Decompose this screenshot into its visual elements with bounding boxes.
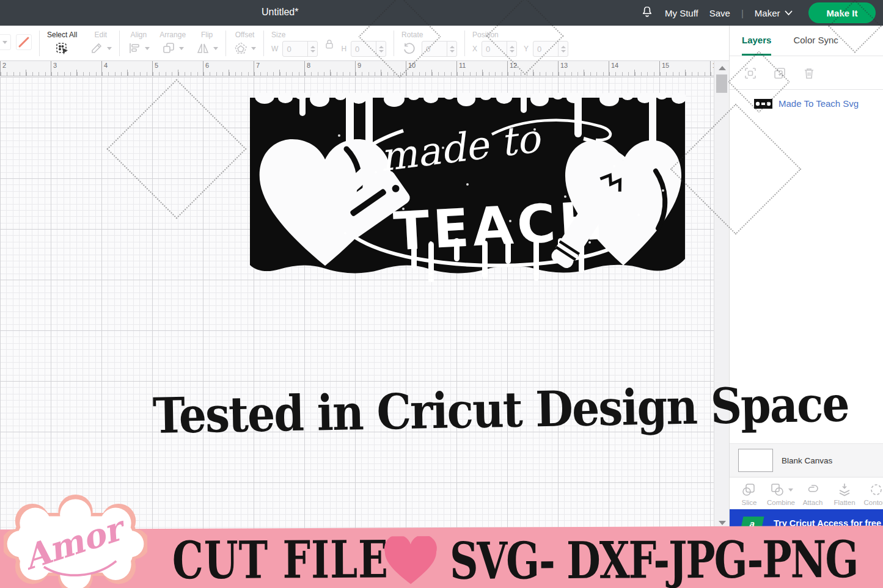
y-position-input[interactable] xyxy=(533,41,568,57)
width-input[interactable] xyxy=(282,41,318,57)
group-select-icon[interactable] xyxy=(743,66,758,81)
position-group: Position X Y xyxy=(472,26,568,57)
ruler-cell: 11 xyxy=(456,61,507,76)
rotate-input[interactable] xyxy=(422,41,457,57)
layers-panel: Layers Color Sync Made To Teach Svg Blan… xyxy=(729,26,883,588)
rotate-group: Rotate xyxy=(401,26,457,57)
slice-icon xyxy=(741,482,757,498)
width-stepper[interactable] xyxy=(307,42,317,56)
scrollbar-thumb[interactable] xyxy=(716,74,727,93)
y-stepper[interactable] xyxy=(558,42,568,56)
height-stepper[interactable] xyxy=(376,42,386,56)
layer-item-made-to-teach[interactable]: Made To Teach Svg xyxy=(730,90,883,117)
offset-button[interactable]: Offset xyxy=(233,26,256,56)
select-all-icon xyxy=(54,41,70,57)
x-stepper[interactable] xyxy=(507,42,516,56)
height-input[interactable] xyxy=(351,41,386,57)
pencil-edit-icon xyxy=(89,41,104,56)
contour-button[interactable]: Contour xyxy=(863,477,883,506)
heart-icon xyxy=(381,536,440,588)
align-button[interactable]: Align xyxy=(127,26,150,56)
flatten-icon xyxy=(837,482,852,498)
ruler-cell: 9 xyxy=(355,61,406,76)
attach-button[interactable]: Attach xyxy=(799,477,826,506)
ruler-cell: 4 xyxy=(101,61,152,76)
panel-tabs: Layers Color Sync xyxy=(730,26,883,56)
chevron-down-icon xyxy=(107,47,112,50)
amor-logo: Amor xyxy=(4,493,147,588)
ruler-cell: 5 xyxy=(152,61,203,76)
notification-bell-icon[interactable] xyxy=(640,5,654,21)
made-to-teach-design[interactable]: made to TEACH xyxy=(247,93,687,282)
edit-toolbar: Select All Edit Align Arrange xyxy=(0,26,729,61)
scroll-up-arrow-icon[interactable] xyxy=(719,66,726,70)
file-formats-text: SVG- DXF-JPG-PNG xyxy=(450,529,858,588)
document-title: Untitled* xyxy=(262,7,298,18)
ruler-cell: 6 xyxy=(203,61,254,76)
combine-icon xyxy=(769,482,785,498)
trash-icon[interactable] xyxy=(802,66,816,81)
header-separator: | xyxy=(741,8,744,18)
align-icon xyxy=(127,41,142,56)
ruler-cell: 8 xyxy=(304,61,355,76)
x-position-input[interactable] xyxy=(482,41,517,57)
blank-canvas-label: Blank Canvas xyxy=(782,456,832,465)
app-header: Untitled* My Stuff Save | Maker Make It xyxy=(0,0,883,26)
size-group: Size W H xyxy=(271,26,386,57)
chevron-down-icon xyxy=(788,488,793,492)
linetype-dropdown[interactable] xyxy=(0,34,11,50)
ruler-cell: 2 xyxy=(0,61,51,76)
cut-file-text: CUT FILE xyxy=(172,529,389,588)
layer-label: Made To Teach Svg xyxy=(779,98,859,109)
ruler-cell: 10 xyxy=(406,61,456,76)
height-label: H xyxy=(341,45,346,53)
ruler-cell: 14 xyxy=(609,61,659,76)
chevron-down-icon xyxy=(179,47,184,50)
ruler-cell: 7 xyxy=(254,61,304,76)
make-it-button[interactable]: Make It xyxy=(808,2,876,23)
slice-button[interactable]: Slice xyxy=(736,477,763,506)
blank-canvas-row[interactable]: Blank Canvas xyxy=(730,443,883,477)
ruler-cell: 12 xyxy=(507,61,558,76)
tested-note-text: Tested in Cricut Design Space xyxy=(152,377,746,445)
linetype-color-swatch[interactable] xyxy=(16,34,32,50)
contour-icon xyxy=(868,482,883,498)
x-label: X xyxy=(472,45,477,53)
ruler: 2345678910111213141516 xyxy=(0,61,714,76)
flatten-button[interactable]: Flatten xyxy=(831,477,858,506)
layer-tools-row: Slice Combine Attach Flatten xyxy=(730,477,883,509)
blank-canvas-thumbnail xyxy=(738,449,773,472)
ruler-cell: 15 xyxy=(659,61,710,76)
duplicate-icon[interactable] xyxy=(772,66,787,81)
layer-actions-row xyxy=(730,56,883,90)
flip-button[interactable]: Flip xyxy=(196,26,218,56)
arrange-button[interactable]: Arrange xyxy=(159,26,186,56)
canvas-scrollbar[interactable] xyxy=(714,61,729,530)
chevron-down-icon xyxy=(251,47,256,50)
select-all-button[interactable]: Select All xyxy=(47,26,77,57)
ruler-cell: 13 xyxy=(558,61,609,76)
tab-color-sync[interactable]: Color Sync xyxy=(793,26,838,56)
attach-icon xyxy=(805,482,821,498)
chevron-down-icon xyxy=(145,47,150,50)
tab-layers[interactable]: Layers xyxy=(742,26,771,56)
save-link[interactable]: Save xyxy=(709,8,730,18)
ruler-cell: 3 xyxy=(51,61,101,76)
chevron-down-icon xyxy=(785,10,793,16)
my-stuff-link[interactable]: My Stuff xyxy=(665,8,698,18)
chevron-down-icon xyxy=(213,47,218,50)
edit-button[interactable]: Edit xyxy=(89,26,112,56)
offset-icon xyxy=(233,41,248,56)
flip-icon xyxy=(196,41,210,56)
width-label: W xyxy=(271,45,278,53)
rotate-icon[interactable] xyxy=(401,42,416,56)
machine-selector[interactable]: Maker xyxy=(755,8,793,18)
lock-icon[interactable] xyxy=(323,38,335,50)
arrange-icon xyxy=(161,41,176,56)
y-label: Y xyxy=(524,45,529,53)
layer-thumbnail xyxy=(754,99,772,109)
rotate-stepper[interactable] xyxy=(447,42,456,56)
scroll-down-arrow-icon[interactable] xyxy=(719,521,726,525)
combine-button[interactable]: Combine xyxy=(768,477,794,506)
